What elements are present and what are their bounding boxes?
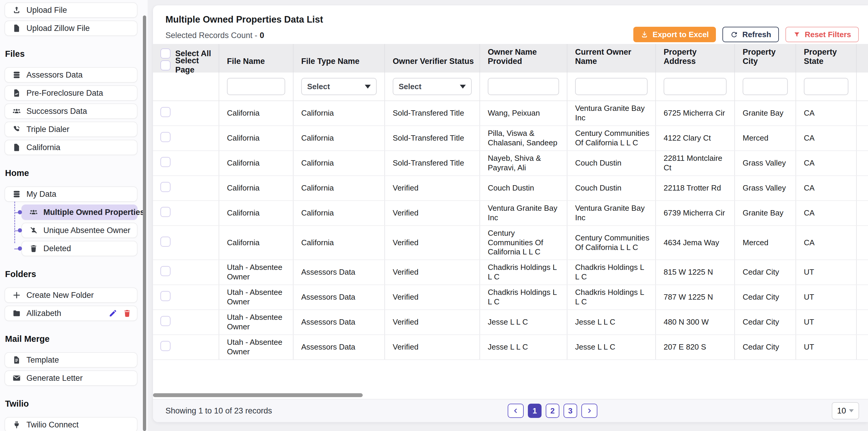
cell-file-type-name: Assessors Data [293,260,385,285]
row-checkbox[interactable] [160,237,170,247]
cell-file-type-name: California [293,226,385,260]
edit-folder-icon[interactable] [108,309,117,318]
cell-overflow [857,226,868,260]
cell-property-city: Granite Bay [735,201,796,226]
row-checkbox[interactable] [160,291,170,301]
cell-file-type-name: California [293,101,385,126]
cell-file-type-name: California [293,151,385,176]
page-button-3[interactable]: 3 [563,404,577,418]
cell-current-owner-name: Century Communities Of California L L C [567,126,656,151]
cell-file-name: California [219,151,293,176]
sidebar-item-assessors-data[interactable]: Assessors Data [4,67,137,83]
row-checkbox[interactable] [160,107,170,117]
sidebar-item-california[interactable]: California [4,140,137,155]
sidebar-item-twilio-connect[interactable]: Twilio Connect [4,417,137,431]
reset-filters-button[interactable]: Reset Filters [785,27,859,42]
property-state-filter-input[interactable] [804,78,848,95]
sidebar-item-label: Unique Absentee Owner [43,226,130,235]
sidebar-item-upload-file[interactable]: Upload File [4,2,137,18]
select-page-checkbox[interactable] [160,60,170,70]
cell-current-owner-name: Couch Dustin [567,176,656,201]
row-checkbox[interactable] [160,132,170,142]
sidebar-item-generate-letter[interactable]: Generate Letter [4,370,137,386]
create-new-folder-button[interactable]: Create New Folder [4,287,137,303]
pagination: 1 2 3 [508,404,597,418]
row-checkbox[interactable] [160,266,170,276]
cell-property-address: 787 W 1225 N [656,285,735,310]
cell-owner-name-provided: Wang, Peixuan [480,101,567,126]
sidebar-item-pre-foreclosure-data[interactable]: Pre-Foreclosure Data [4,85,137,101]
row-checkbox[interactable] [160,157,170,167]
row-checkbox[interactable] [160,182,170,192]
cell-file-name: California [219,126,293,151]
section-title-home: Home [5,168,137,178]
table-row: California California Verified Ventura G… [153,201,868,226]
filter-row: Select Select [153,73,868,101]
section-title-mail-merge: Mail Merge [5,334,137,344]
sidebar-item-successors-data[interactable]: Successors Data [4,104,137,119]
main-panel: Multiple Owned Properties Data List Sele… [153,5,868,422]
delete-folder-icon[interactable] [123,309,132,318]
plug-icon [12,420,21,429]
sidebar-item-multiple-owned-properties[interactable]: Multiple Owned Properties [21,204,137,220]
sidebar-item-triple-dialer[interactable]: Triple Dialer [4,121,137,137]
sidebar-item-my-data[interactable]: My Data [4,186,137,202]
property-city-filter-input[interactable] [743,78,788,95]
file-type-filter-select[interactable]: Select [301,78,377,95]
property-address-filter-input[interactable] [663,78,726,95]
sidebar-item-label: Triple Dialer [26,125,69,134]
page-button-1[interactable]: 1 [528,404,541,418]
page-size-select[interactable]: 10 [832,402,859,420]
row-checkbox[interactable] [160,316,170,326]
select-all-checkbox[interactable] [160,49,170,59]
my-data-subtree: Multiple Owned Properties Unique Absente… [4,204,137,256]
upload-icon [12,6,21,15]
cell-property-city: Granite Bay [735,101,796,126]
database-icon [12,70,21,79]
owner-verifier-filter-select[interactable]: Select [393,78,472,95]
sidebar-item-unique-absentee-owner[interactable]: Unique Absentee Owner [21,223,137,238]
next-page-button[interactable] [581,404,597,418]
row-checkbox[interactable] [160,341,170,351]
cell-property-address: 4122 Clary Ct [656,126,735,151]
envelope-icon [12,374,21,382]
sidebar-item-deleted[interactable]: Deleted [21,241,137,256]
sidebar: Upload File Upload Zillow File Files Ass… [0,0,148,431]
refresh-button[interactable]: Refresh [722,27,779,42]
cell-property-state: CA [796,226,857,260]
export-to-excel-button[interactable]: Export to Excel [633,27,716,42]
cell-file-type-name: Assessors Data [293,310,385,335]
cell-file-type-name: California [293,176,385,201]
cell-overflow [857,176,868,201]
cell-property-state: UT [796,310,857,335]
cell-owner-verifier-status: Verified [385,260,480,285]
tree-row: Multiple Owned Properties [4,204,137,220]
caret-down-icon [460,85,466,89]
filter-funnel-icon [793,31,801,38]
file-name-filter-input[interactable] [227,78,285,95]
previous-page-button[interactable] [508,404,524,418]
filter-cell-overflow [857,73,868,101]
page-title: Multiple Owned Properties Data List [165,14,323,25]
cell-owner-verifier-status: Verified [385,335,480,360]
sidebar-item-upload-zillow-file[interactable]: Upload Zillow File [4,21,137,36]
cell-property-city: Grass Valley [735,176,796,201]
cell-property-city: Cedar City [735,335,796,360]
data-table: Select All Select Page File Name File Ty… [153,44,868,360]
sidebar-item-folder-allizabeth[interactable]: Allizabeth [4,306,137,321]
page-button-2[interactable]: 2 [546,404,559,418]
sidebar-item-label: Upload File [26,6,67,15]
sidebar-item-label: Template [26,355,59,365]
current-owner-filter-input[interactable] [575,78,648,95]
sidebar-item-template[interactable]: Template [4,352,137,368]
sidebar-scrollbar[interactable] [143,16,146,431]
row-checkbox[interactable] [160,207,170,217]
cell-current-owner-name: Jesse L L C [567,335,656,360]
owner-name-filter-input[interactable] [488,78,559,95]
phone-icon [12,125,21,134]
cell-file-type-name: Assessors Data [293,285,385,310]
table-header-row: Select All Select Page File Name File Ty… [153,44,868,73]
sidebar-item-label: Successors Data [26,107,87,116]
horizontal-scrollbar[interactable] [153,393,363,397]
table-row: California California Sold-Transfered Ti… [153,126,868,151]
